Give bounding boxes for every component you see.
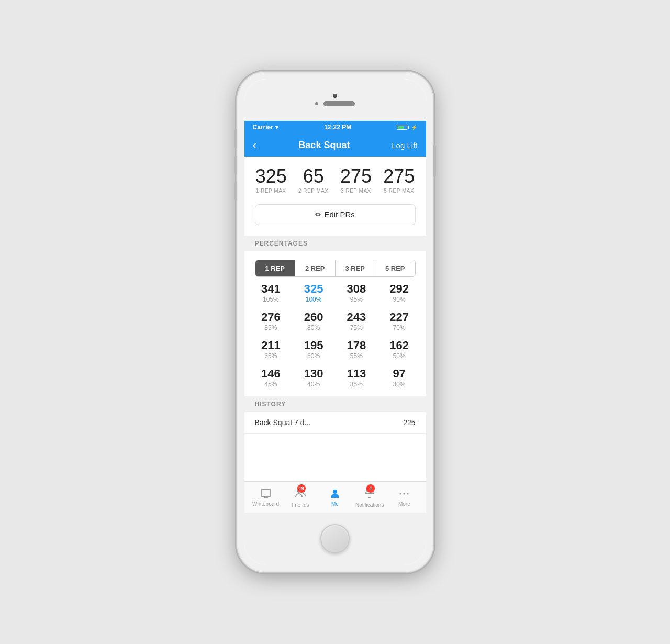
pct-cell-227: 227 70%: [378, 312, 421, 331]
me-tab-label: Me: [331, 501, 339, 507]
status-left: Carrier ▾: [253, 124, 278, 131]
phone-device: Carrier ▾ 12:22 PM ⚡ ‹ Back Squ: [237, 72, 433, 572]
pct-pct-130: 40%: [292, 381, 335, 388]
pr-stats-section: 325 1 REP MAX 65 2 REP MAX 275 3 REP MAX…: [244, 157, 426, 202]
status-right: ⚡: [397, 125, 417, 130]
history-section-header: HISTORY: [244, 396, 426, 412]
pct-pct-325: 100%: [292, 296, 335, 303]
pr-stat-1rep: 325 1 REP MAX: [255, 167, 287, 194]
whiteboard-tab-label: Whiteboard: [252, 501, 279, 507]
status-bar: Carrier ▾ 12:22 PM ⚡: [244, 121, 426, 134]
battery-icon: [397, 125, 409, 130]
pct-pct-227: 70%: [378, 324, 421, 331]
pct-value-130: 130: [292, 368, 335, 380]
pct-value-97: 97: [378, 368, 421, 380]
pct-value-195: 195: [292, 340, 335, 351]
battery-body: [397, 125, 407, 130]
pct-pct-341: 105%: [250, 296, 293, 303]
navigation-bar: ‹ Back Squat Log Lift: [244, 134, 426, 157]
pct-cell-178: 178 55%: [335, 340, 378, 360]
pct-pct-178: 55%: [335, 352, 378, 360]
phone-screen: Carrier ▾ 12:22 PM ⚡ ‹ Back Squ: [244, 79, 426, 565]
tab-item-whiteboard[interactable]: Whiteboard: [251, 487, 280, 507]
pct-value-227: 227: [378, 312, 421, 323]
pct-cell-97: 97 30%: [378, 368, 421, 388]
pct-cell-162: 162 50%: [378, 340, 421, 360]
bolt-icon: ⚡: [411, 125, 417, 130]
pct-pct-211: 65%: [250, 352, 293, 360]
svg-point-7: [404, 493, 405, 495]
pct-value-146: 146: [250, 368, 293, 380]
wifi-icon: ▾: [275, 124, 278, 131]
tab-item-more[interactable]: More: [390, 487, 419, 507]
tab-5rep[interactable]: 5 REP: [375, 260, 415, 276]
main-content: 325 1 REP MAX 65 2 REP MAX 275 3 REP MAX…: [244, 157, 426, 481]
percentages-section-header: PERCENTAGES: [244, 236, 426, 251]
pct-value-211: 211: [250, 340, 293, 351]
tab-2rep[interactable]: 2 REP: [295, 260, 336, 276]
pr-value-3rep: 275: [340, 167, 372, 186]
svg-rect-0: [261, 490, 271, 496]
status-time: 12:22 PM: [324, 124, 351, 131]
pct-value-162: 162: [378, 340, 421, 351]
pr-label-2rep: 2 REP MAX: [298, 188, 329, 194]
pct-value-243: 243: [335, 312, 378, 323]
pct-value-308: 308: [335, 283, 378, 295]
pct-cell-276: 276 85%: [250, 312, 293, 331]
tab-1rep[interactable]: 1 REP: [255, 260, 296, 276]
history-preview-row[interactable]: Back Squat 7 d... 225: [244, 412, 426, 434]
home-button[interactable]: [320, 524, 350, 553]
whiteboard-icon: [260, 487, 272, 500]
speaker-area: [315, 101, 355, 106]
pct-pct-113: 35%: [335, 381, 378, 388]
svg-point-5: [333, 490, 337, 494]
bottom-bezel: [244, 513, 426, 565]
pct-value-178: 178: [335, 340, 378, 351]
pct-cell-146: 146 45%: [250, 368, 293, 388]
edit-prs-button[interactable]: ✏ Edit PRs: [255, 204, 416, 225]
friends-badge: 19: [297, 484, 306, 493]
tab-item-friends[interactable]: 19 Friends: [286, 486, 315, 508]
pct-pct-97: 30%: [378, 381, 421, 388]
back-button[interactable]: ‹: [253, 139, 257, 151]
pr-stat-2rep: 65 2 REP MAX: [298, 167, 329, 194]
pct-cell-341: 341 105%: [250, 283, 293, 303]
tab-3rep[interactable]: 3 REP: [336, 260, 376, 276]
pct-value-276: 276: [250, 312, 293, 323]
pct-pct-162: 50%: [378, 352, 421, 360]
tab-bar: Whiteboard 19 Friends: [244, 481, 426, 513]
pr-value-2rep: 65: [298, 167, 329, 186]
pct-pct-243: 75%: [335, 324, 378, 331]
pct-cell-130: 130 40%: [292, 368, 335, 388]
speaker-grille: [323, 101, 355, 106]
log-lift-button[interactable]: Log Lift: [392, 141, 417, 150]
pr-value-1rep: 325: [255, 167, 287, 186]
pr-stat-5rep: 275 5 REP MAX: [383, 167, 415, 194]
more-tab-label: More: [398, 501, 410, 507]
pct-pct-308: 95%: [335, 296, 378, 303]
tab-item-me[interactable]: Me: [320, 487, 349, 507]
history-preview-left: Back Squat 7 d...: [255, 418, 311, 427]
carrier-text: Carrier: [253, 124, 273, 131]
friends-tab-label: Friends: [292, 502, 309, 508]
pr-stat-3rep: 275 3 REP MAX: [340, 167, 372, 194]
camera: [333, 94, 337, 98]
pct-cell-211: 211 65%: [250, 340, 293, 360]
pct-cell-113: 113 35%: [335, 368, 378, 388]
pct-pct-292: 90%: [378, 296, 421, 303]
pct-pct-146: 45%: [250, 381, 293, 388]
battery-fill: [398, 126, 404, 129]
screen-content: Carrier ▾ 12:22 PM ⚡ ‹ Back Squ: [244, 121, 426, 513]
pr-value-5rep: 275: [383, 167, 415, 186]
pct-cell-260: 260 80%: [292, 312, 335, 331]
pct-cell-243: 243 75%: [335, 312, 378, 331]
pr-label-5rep: 5 REP MAX: [383, 188, 415, 194]
history-preview-right: 225: [403, 418, 415, 427]
svg-point-6: [400, 493, 401, 495]
pct-value-325: 325: [292, 283, 335, 295]
tab-item-notifications[interactable]: 1 Notifications: [355, 486, 384, 508]
pct-pct-260: 80%: [292, 324, 335, 331]
pct-cell-292: 292 90%: [378, 283, 421, 303]
notifications-tab-label: Notifications: [355, 502, 384, 508]
page-title: Back Squat: [298, 140, 350, 151]
